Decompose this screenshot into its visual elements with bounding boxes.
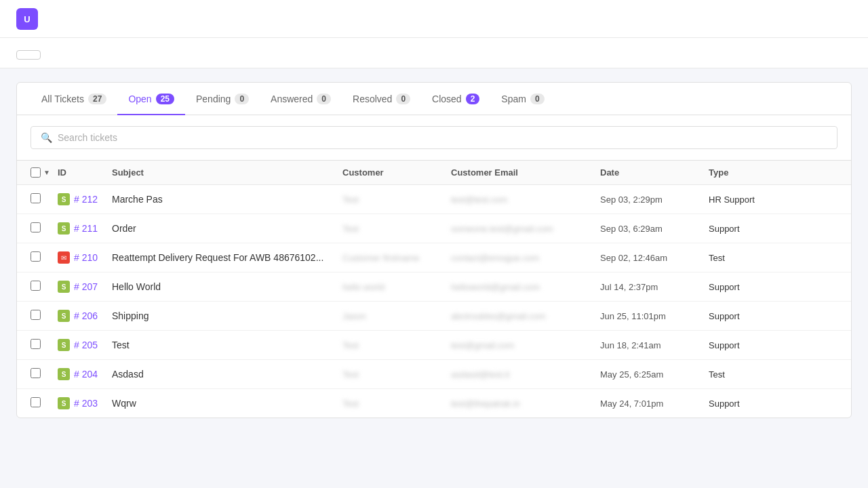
shopify-icon: S <box>58 281 70 293</box>
table-row: S# 212Marche PasTesttest@test.comSep 03,… <box>17 185 851 214</box>
tab-badge: 0 <box>235 94 249 104</box>
ticket-id-cell: S# 205 <box>58 339 112 351</box>
ticket-id-link[interactable]: # 207 <box>74 281 98 292</box>
ticket-type: Support <box>709 224 790 234</box>
ticket-customer-email: test@test.com <box>451 195 600 205</box>
ticket-customer-email: test@gmail.com <box>451 340 600 350</box>
ticket-subject: Hello World <box>112 281 342 292</box>
table-body: S# 212Marche PasTesttest@test.comSep 03,… <box>17 185 851 418</box>
tab-label: Spam <box>501 94 526 104</box>
header-customer: Customer <box>342 167 451 178</box>
ticket-customer-email: someone.test@gmail.com <box>451 224 600 234</box>
header-checkbox-wrapper[interactable]: ▼ <box>31 167 50 178</box>
row-checkbox-cell <box>31 339 58 351</box>
row-checkbox-cell <box>31 397 58 409</box>
table-row: S# 205TestTesttest@gmail.comJun 18, 2:41… <box>17 331 851 360</box>
tab-answered[interactable]: Answered0 <box>260 83 342 115</box>
row-checkbox-cell <box>31 193 58 205</box>
row-checkbox-cell <box>31 310 58 322</box>
search-input[interactable] <box>58 132 827 143</box>
ticket-type: HR Support <box>709 195 790 205</box>
search-icon: 🔍 <box>41 132 52 143</box>
ticket-customer-email: abctroubles@gmail.com <box>451 311 600 321</box>
ticket-customer: Test <box>342 369 451 380</box>
ticket-id-cell: S# 212 <box>58 193 112 205</box>
ticket-customer: Test <box>342 399 451 409</box>
row-checkbox[interactable] <box>31 222 41 232</box>
row-checkbox[interactable] <box>31 368 41 378</box>
ticket-date: Jun 25, 11:01pm <box>600 311 709 321</box>
ticket-customer-email: contact@emogue.com <box>451 253 600 263</box>
table-row: S# 206ShippingJasonabctroubles@gmail.com… <box>17 302 851 331</box>
tab-badge: 2 <box>466 94 480 104</box>
tab-spam[interactable]: Spam0 <box>490 83 555 115</box>
ticket-date: May 24, 7:01pm <box>600 399 709 409</box>
shopify-icon: S <box>58 310 70 322</box>
shopify-icon: S <box>58 339 70 351</box>
row-checkbox[interactable] <box>31 281 41 291</box>
tab-label: Open <box>128 94 151 104</box>
ticket-id-cell: S# 204 <box>58 368 112 380</box>
row-checkbox[interactable] <box>31 193 41 203</box>
pages-bar <box>0 38 868 68</box>
row-checkbox-cell <box>31 222 58 235</box>
table-header: ▼ ID Subject Customer Customer Email Dat… <box>17 161 851 185</box>
tab-label: Closed <box>432 94 462 104</box>
ticket-id-link[interactable]: # 212 <box>74 194 98 205</box>
shopify-icon: S <box>58 368 70 380</box>
ticket-id-link[interactable]: # 206 <box>74 310 98 321</box>
ticket-date: Jun 18, 2:41am <box>600 340 709 350</box>
ticket-date: Sep 02, 12:46am <box>600 253 709 263</box>
table-row: S# 203WqrwTesttest@thepatrak.inMay 24, 7… <box>17 389 851 418</box>
tab-open[interactable]: Open25 <box>117 83 185 115</box>
row-checkbox[interactable] <box>31 339 41 349</box>
row-checkbox-cell <box>31 251 58 264</box>
ticket-type: Support <box>709 340 790 350</box>
ticket-customer-email: asdasd@test.it <box>451 369 600 380</box>
header-subject: Subject <box>112 167 342 178</box>
tab-all-tickets[interactable]: All Tickets27 <box>31 83 117 115</box>
header-type: Type <box>709 167 790 178</box>
chevron-down-icon[interactable]: ▼ <box>43 169 50 176</box>
pages-button[interactable] <box>16 50 41 60</box>
table-row: S# 204AsdasdTestasdasd@test.itMay 25, 6:… <box>17 360 851 389</box>
shopify-icon: S <box>58 193 70 205</box>
ticket-id-cell: S# 203 <box>58 397 112 409</box>
select-all-checkbox[interactable] <box>31 167 41 178</box>
app-logo: U <box>16 8 38 30</box>
header-checkbox-col: ▼ <box>31 167 58 178</box>
ticket-id-cell: S# 207 <box>58 281 112 293</box>
ticket-subject: Order <box>112 223 342 234</box>
row-checkbox-cell <box>31 368 58 380</box>
ticket-id-cell: ✉# 210 <box>58 251 112 264</box>
ticket-id-link[interactable]: # 205 <box>74 340 98 350</box>
tab-closed[interactable]: Closed2 <box>421 83 490 115</box>
ticket-subject: Test <box>112 340 342 350</box>
ticket-customer: hello world <box>342 282 451 292</box>
tab-label: Pending <box>196 94 231 104</box>
tab-badge: 0 <box>530 94 545 104</box>
row-checkbox[interactable] <box>31 397 41 407</box>
ticket-customer: Test <box>342 195 451 205</box>
row-checkbox[interactable] <box>31 251 41 262</box>
ticket-subject: Asdasd <box>112 369 342 380</box>
svg-text:U: U <box>24 14 30 24</box>
ticket-id-cell: S# 211 <box>58 222 112 235</box>
tab-label: Resolved <box>353 94 392 104</box>
header-date: Date <box>600 167 709 178</box>
ticket-subject: Shipping <box>112 310 342 321</box>
ticket-id-link[interactable]: # 211 <box>74 223 98 234</box>
row-checkbox[interactable] <box>31 310 41 320</box>
tab-label: All Tickets <box>41 94 84 104</box>
ticket-id-link[interactable]: # 204 <box>74 369 98 380</box>
tab-resolved[interactable]: Resolved0 <box>342 83 421 115</box>
ticket-date: Sep 03, 6:29am <box>600 224 709 234</box>
tab-pending[interactable]: Pending0 <box>185 83 260 115</box>
ticket-type: Test <box>709 253 790 263</box>
ticket-id-link[interactable]: # 203 <box>74 398 98 409</box>
ticket-type: Support <box>709 282 790 292</box>
ticket-id-link[interactable]: # 210 <box>74 252 98 263</box>
ticket-customer: Test <box>342 340 451 350</box>
email-icon: ✉ <box>58 251 70 264</box>
top-bar: U <box>0 0 868 38</box>
